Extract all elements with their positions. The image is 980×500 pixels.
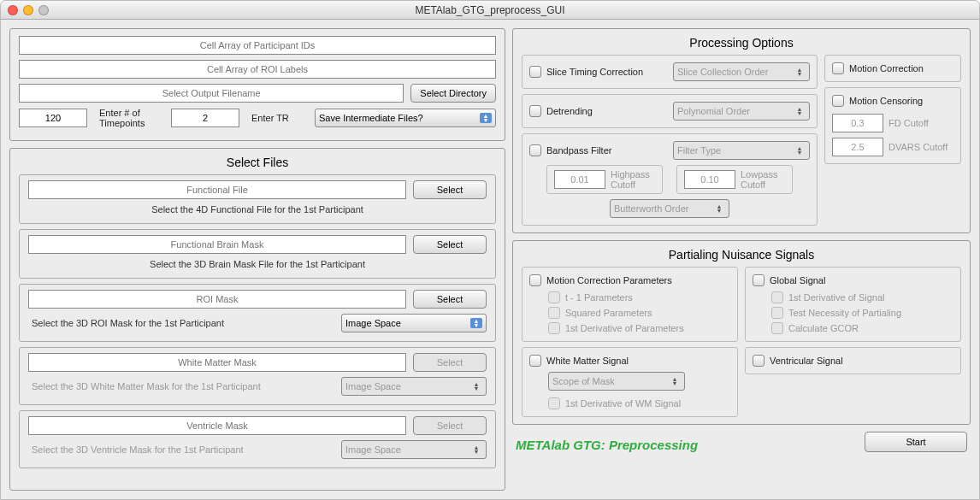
titlebar: METAlab_GTG_preprocess_GUI <box>1 1 979 20</box>
timepoints-label: Enter # of Timepoints <box>99 108 159 128</box>
detrending-checkbox[interactable] <box>529 105 541 117</box>
tr-input[interactable] <box>171 109 239 127</box>
chevron-updown-icon: ▲▼ <box>794 68 806 76</box>
processing-title: Processing Options <box>522 36 961 50</box>
motion-censoring-checkbox[interactable] <box>832 95 844 107</box>
global-group: Global Signal 1st Derivative of Signal T… <box>745 267 961 342</box>
mcp-t1-checkbox[interactable] <box>548 291 560 303</box>
file-block: Select Select the 3D White Matter Mask f… <box>19 347 496 405</box>
mcp-group: Motion Correction Parameters t - 1 Param… <box>522 267 738 342</box>
chevron-updown-icon: ▲▼ <box>794 107 806 115</box>
file-block: Select Select the 3D ROI Mask for the 1s… <box>19 284 496 342</box>
window-title: METAlab_GTG_preprocess_GUI <box>1 4 979 16</box>
ventricular-group: Ventricular Signal <box>745 347 961 374</box>
participant-ids-input[interactable] <box>19 36 496 55</box>
polynomial-order-select[interactable]: Polynomial Order ▲▼ <box>673 102 810 121</box>
select-file-button[interactable]: Select <box>413 353 487 372</box>
wm-group: White Matter Signal Scope of Mask ▲▼ 1st… <box>522 347 738 417</box>
file-path-input[interactable] <box>28 353 406 372</box>
save-intermediate-select[interactable]: Save Intermediate Files? ▲▼ <box>315 109 496 127</box>
motion-correction-checkbox[interactable] <box>832 62 844 74</box>
fd-cutoff-input[interactable] <box>832 114 883 132</box>
dvars-cutoff-input[interactable] <box>832 138 883 156</box>
file-block: Select Select the 3D Ventricle Mask for … <box>19 410 496 468</box>
file-path-input[interactable] <box>28 235 406 254</box>
motion-censoring-group: Motion Censoring FD Cutoff DVARS Cutoff <box>824 87 961 164</box>
app-window: METAlab_GTG_preprocess_GUI Select Direct… <box>0 0 980 500</box>
chevron-updown-icon: ▲▼ <box>794 146 806 155</box>
chevron-updown-icon: ▲▼ <box>669 377 681 385</box>
select-file-button[interactable]: Select <box>413 180 487 199</box>
bandpass-group: Bandpass Filter Filter Type ▲▼ Highpass … <box>522 133 818 226</box>
file-hint: Select the 3D ROI Mask for the 1st Parti… <box>32 318 334 328</box>
bandpass-checkbox[interactable] <box>529 144 541 156</box>
file-block: Select Select the 4D Functional File for… <box>19 174 496 224</box>
chevron-updown-icon: ▲▼ <box>470 318 482 328</box>
wm-checkbox[interactable] <box>529 355 541 367</box>
mcp-deriv-checkbox[interactable] <box>548 322 560 334</box>
file-hint: Select the 4D Functional File for the 1s… <box>28 204 487 215</box>
image-space-select[interactable]: Image Space ▲▼ <box>341 377 487 396</box>
setup-panel: Select Directory Enter # of Timepoints E… <box>9 28 505 141</box>
roi-labels-input[interactable] <box>19 60 496 79</box>
chevron-updown-icon: ▲▼ <box>470 382 482 391</box>
chevron-updown-icon: ▲▼ <box>480 113 492 123</box>
file-hint: Select the 3D Ventricle Mask for the 1st… <box>32 444 334 455</box>
select-files-title: Select Files <box>19 156 496 169</box>
slice-timing-checkbox[interactable] <box>529 66 541 78</box>
select-file-button[interactable]: Select <box>413 416 487 435</box>
highpass-input[interactable] <box>554 170 605 189</box>
file-path-input[interactable] <box>28 416 406 435</box>
chevron-updown-icon: ▲▼ <box>713 204 725 213</box>
file-path-input[interactable] <box>28 290 406 309</box>
global-deriv-checkbox[interactable] <box>771 291 783 303</box>
file-hint: Select the 3D White Matter Mask for the … <box>32 381 334 391</box>
processing-options-panel: Processing Options Slice Timing Correcti… <box>512 28 971 233</box>
butterworth-select[interactable]: Butterworth Order ▲▼ <box>610 199 729 218</box>
start-button[interactable]: Start <box>865 432 967 452</box>
wm-scope-select[interactable]: Scope of Mask ▲▼ <box>548 372 685 391</box>
select-file-button[interactable]: Select <box>413 235 487 254</box>
mcp-sq-checkbox[interactable] <box>548 307 560 319</box>
image-space-select[interactable]: Image Space ▲▼ <box>341 314 487 332</box>
pns-panel: Partialing Nuisance Signals Motion Corre… <box>512 240 971 425</box>
select-file-button[interactable]: Select <box>413 290 487 309</box>
pns-title: Partialing Nuisance Signals <box>522 248 961 262</box>
select-directory-button[interactable]: Select Directory <box>410 84 496 103</box>
image-space-select[interactable]: Image Space ▲▼ <box>341 440 487 459</box>
file-block: Select Select the 3D Brain Mask File for… <box>19 229 496 279</box>
global-checkbox[interactable] <box>753 274 765 286</box>
chevron-updown-icon: ▲▼ <box>470 445 482 454</box>
tr-label: Enter TR <box>251 113 303 123</box>
global-gcor-checkbox[interactable] <box>771 322 783 334</box>
global-test-checkbox[interactable] <box>771 307 783 319</box>
mcp-checkbox[interactable] <box>529 274 541 286</box>
slice-order-select[interactable]: Slice Collection Order ▲▼ <box>673 62 810 81</box>
ventricular-checkbox[interactable] <box>753 355 765 367</box>
lowpass-input[interactable] <box>684 170 735 189</box>
brand-label: METAlab GTG: Preprocessing <box>516 438 698 452</box>
timepoints-input[interactable] <box>19 109 87 127</box>
file-path-input[interactable] <box>28 180 406 199</box>
wm-deriv-checkbox[interactable] <box>548 397 560 409</box>
select-files-panel: Select Files Select Select the 4D Functi… <box>9 148 505 491</box>
output-filename-input[interactable] <box>19 84 404 103</box>
filter-type-select[interactable]: Filter Type ▲▼ <box>673 141 810 160</box>
file-hint: Select the 3D Brain Mask File for the 1s… <box>28 259 487 269</box>
